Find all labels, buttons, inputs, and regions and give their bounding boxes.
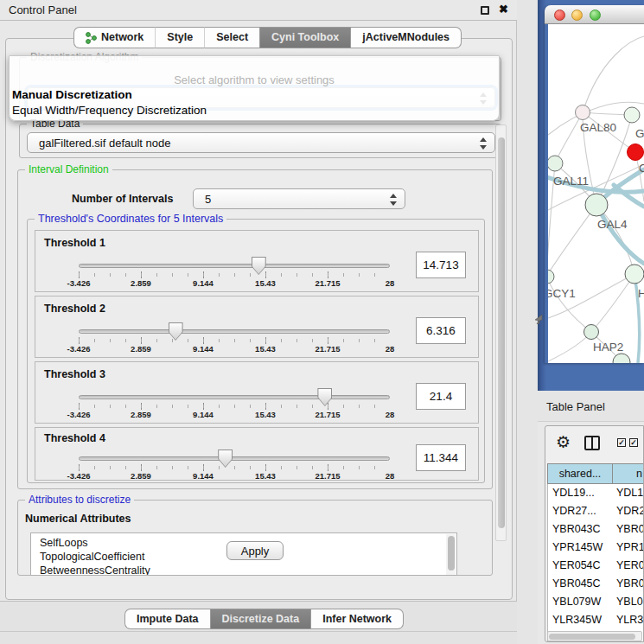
column-header-shared-name[interactable]: shared... xyxy=(548,464,613,483)
table-row[interactable]: YLR345WYLR3 xyxy=(548,611,644,629)
dropdown-item-equal-width-frequency[interactable]: Equal Width/Frequency Discretization xyxy=(12,104,207,117)
slider-minor-ticks xyxy=(79,339,390,342)
tab-network[interactable]: Network xyxy=(73,27,155,48)
slider-minor-ticks xyxy=(79,405,390,408)
num-intervals-combobox[interactable]: 5 xyxy=(193,188,405,209)
tab-label: Style xyxy=(167,28,193,48)
tab-label: Select xyxy=(216,28,248,48)
close-traffic-light[interactable] xyxy=(554,10,565,21)
settings-vertical-scrollbar[interactable] xyxy=(495,124,507,541)
threshold-4-value-field[interactable]: 11.344 xyxy=(416,444,466,471)
group-title: Threshold's Coordinates for 5 Intervals xyxy=(35,213,226,225)
combo-value: 5 xyxy=(205,193,211,206)
thresholds-group: Threshold's Coordinates for 5 Intervals … xyxy=(27,219,485,483)
table-row[interactable]: YDL19...YDL1 xyxy=(548,484,644,502)
zoom-traffic-light[interactable] xyxy=(590,10,601,21)
tab-cyni-toolbox[interactable]: Cyni Toolbox xyxy=(259,27,351,48)
algorithm-dropdown-popup: Select algorithm to view settings Manual… xyxy=(9,55,500,121)
table-row[interactable]: YPR145WYPR1 xyxy=(548,539,644,557)
column-header-name[interactable]: n xyxy=(613,464,644,483)
node-label: H xyxy=(638,287,644,300)
combo-arrows-icon xyxy=(389,193,397,207)
threshold-4-slider-track[interactable] xyxy=(79,456,390,461)
split-columns-icon[interactable] xyxy=(584,436,600,450)
network-canvas[interactable]: GAL80 G. C GAL11 GAL4 GCY1 H HAP2 xyxy=(548,24,644,363)
panel-title: Control Panel xyxy=(9,3,77,16)
control-panel-tabs: Network Style Select Cyni Toolbox jActiv… xyxy=(73,27,462,48)
node-label: G. xyxy=(635,127,644,140)
cyni-bottom-tabs: Impute Data Discretize Data Infer Networ… xyxy=(124,609,404,629)
mouse-cursor xyxy=(534,314,543,324)
network-view-window: GAL80 G. C GAL11 GAL4 GCY1 H HAP2 xyxy=(545,5,644,363)
tab-style[interactable]: Style xyxy=(155,27,204,48)
node-red-selected[interactable] xyxy=(628,144,644,161)
dropdown-item-manual-discretization[interactable]: Manual Discretization xyxy=(12,88,132,101)
threshold-4-panel: Threshold 4 -3.426 2.859 9.144 15.43 21.… xyxy=(35,427,479,481)
table-row[interactable]: YER054CYER0 xyxy=(548,557,644,575)
scrollbar-thumb[interactable] xyxy=(498,137,505,528)
node-h[interactable] xyxy=(625,265,644,284)
threshold-1-slider-track[interactable] xyxy=(79,264,390,268)
apply-button[interactable]: Apply xyxy=(226,541,284,560)
threshold-label: Threshold 1 xyxy=(44,237,105,249)
table-row[interactable]: YDR27...YDR2 xyxy=(548,502,644,520)
close-icon[interactable]: ✖ xyxy=(499,3,508,16)
node-gcy1[interactable] xyxy=(548,270,554,284)
tab-discretize-data[interactable]: Discretize Data xyxy=(210,609,312,629)
slider-minor-ticks xyxy=(79,466,390,469)
table-row[interactable]: YBL079WYBL0 xyxy=(548,593,644,611)
tab-label: Network xyxy=(101,28,143,48)
table-row[interactable]: YBR043CYBR0 xyxy=(548,520,644,539)
threshold-label: Threshold 3 xyxy=(44,368,105,380)
threshold-1-value-field[interactable]: 14.713 xyxy=(416,252,466,278)
minimize-traffic-light[interactable] xyxy=(571,10,583,21)
threshold-2-slider-track[interactable] xyxy=(79,329,390,334)
threshold-3-value-field[interactable]: 21.4 xyxy=(416,383,466,410)
tab-label: Cyni Toolbox xyxy=(271,28,339,48)
group-title: Attributes to discretize xyxy=(25,494,134,506)
tab-jactivemnodules[interactable]: jActiveMNodules xyxy=(351,27,462,48)
tab-label: Impute Data xyxy=(137,609,199,629)
gear-icon[interactable]: ⚙ xyxy=(556,432,571,452)
threshold-3-slider-track[interactable] xyxy=(79,395,390,399)
node-gal11[interactable] xyxy=(548,156,563,171)
group-title: Interval Definition xyxy=(25,163,112,175)
float-window-icon[interactable] xyxy=(481,6,489,15)
threshold-3-panel: Threshold 3 -3.426 2.859 9.144 15.43 21.… xyxy=(35,361,479,424)
scrollbar-thumb[interactable] xyxy=(549,634,635,640)
table-panel: ⚙ ✓ ✓ shared... n YDL19...YDL1 YDR27...Y… xyxy=(545,425,644,642)
numerical-attributes-label: Numerical Attributes xyxy=(25,513,131,525)
node-attribute-table: shared... n YDL19...YDL1 YDR27...YDR2 YB… xyxy=(547,463,644,642)
table-data-combobox[interactable]: galFiltered.sif default node xyxy=(27,132,495,153)
control-panel: Control Panel ✖ Network Style Sel xyxy=(0,0,517,644)
tab-impute-data[interactable]: Impute Data xyxy=(124,609,210,629)
slider-tick-labels: -3.426 2.859 9.144 15.43 21.715 28 xyxy=(79,344,390,354)
interval-definition-group: Interval Definition Number of Intervals … xyxy=(17,169,493,489)
slider-tick-labels: -3.426 2.859 9.144 15.43 21.715 28 xyxy=(79,278,390,289)
table-row[interactable]: YBR045CYBR0 xyxy=(548,575,644,593)
node-gal80[interactable] xyxy=(576,105,590,120)
num-intervals-label: Number of Intervals xyxy=(72,193,173,205)
checkbox-checked-icon[interactable]: ✓ xyxy=(617,438,626,447)
application-root: Control Panel ✖ Network Style Sel xyxy=(0,0,644,644)
node-label: C xyxy=(639,162,644,175)
control-panel-titlebar: Control Panel ✖ xyxy=(0,0,517,21)
table-panel-title: Table Panel xyxy=(546,400,605,413)
threshold-2-value-field[interactable]: 6.316 xyxy=(416,317,466,344)
node-label: GAL80 xyxy=(580,121,616,134)
node-hap2[interactable] xyxy=(584,325,599,340)
divider xyxy=(0,631,517,632)
list-scrollbar[interactable] xyxy=(446,534,456,576)
tab-infer-network[interactable]: Infer Network xyxy=(311,609,404,629)
checkbox-checked-icon[interactable]: ✓ xyxy=(629,438,638,447)
node-label: GAL4 xyxy=(597,218,628,231)
node-green[interactable] xyxy=(624,107,640,123)
tab-label: Infer Network xyxy=(322,609,392,629)
tab-select[interactable]: Select xyxy=(204,27,259,48)
node-gal4[interactable] xyxy=(585,194,608,216)
threshold-1-panel: Threshold 1 -3.426 2.859 9.144 15.43 21.… xyxy=(35,230,479,292)
table-horizontal-scrollbar[interactable] xyxy=(547,631,642,641)
network-window-titlebar[interactable] xyxy=(545,5,644,24)
list-item[interactable]: BetweennessCentrality xyxy=(40,564,456,576)
threshold-label: Threshold 2 xyxy=(44,303,105,315)
